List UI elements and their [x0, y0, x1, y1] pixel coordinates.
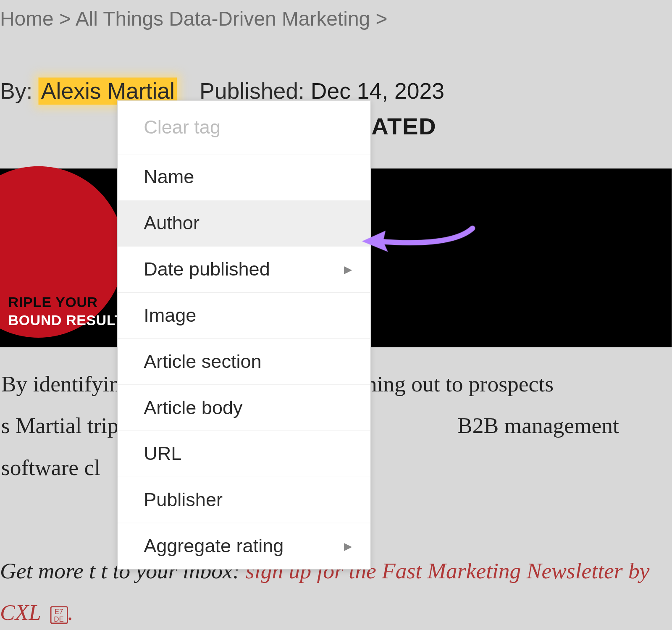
- tag-option-image[interactable]: Image: [118, 293, 370, 339]
- tag-option-label: Article body: [144, 397, 242, 419]
- tag-option-label: Aggregate rating: [144, 535, 284, 557]
- hero-line-1: RIPLE YOUR: [8, 292, 134, 311]
- tag-option-author[interactable]: Author: [118, 200, 370, 247]
- tag-option-url[interactable]: URL: [118, 431, 370, 477]
- tag-option-label: Date published: [144, 258, 270, 280]
- published-date: Dec 14, 2023: [311, 79, 444, 103]
- tag-option-label: URL: [144, 443, 181, 465]
- tag-option-label: Publisher: [144, 489, 223, 511]
- updated-label-fragment: ATED: [371, 113, 436, 139]
- badge-icon: E7DE: [50, 606, 68, 624]
- tag-option-publisher[interactable]: Publisher: [118, 477, 370, 523]
- submenu-caret-icon: ▶: [344, 540, 352, 553]
- tag-option-name[interactable]: Name: [118, 154, 370, 200]
- breadcrumb-category[interactable]: All Things Data-Driven Marketing: [76, 7, 370, 30]
- hero-text: RIPLE YOUR BOUND RESULTS: [8, 292, 134, 329]
- breadcrumb: Home > All Things Data-Driven Marketing …: [0, 0, 672, 30]
- tag-option-label: Name: [144, 166, 194, 188]
- tag-option-label: Author: [144, 212, 200, 234]
- published-label: Published:: [200, 79, 304, 103]
- tag-option-label: Image: [144, 304, 196, 326]
- tag-option-label: Article section: [144, 351, 261, 373]
- tag-option-aggregate-rating[interactable]: Aggregate rating ▶: [118, 523, 370, 569]
- tag-option-article-section[interactable]: Article section: [118, 339, 370, 385]
- breadcrumb-sep: >: [375, 7, 387, 30]
- cta-period: .: [68, 600, 73, 625]
- tag-option-article-body[interactable]: Article body: [118, 385, 370, 431]
- tag-option-date-published[interactable]: Date published ▶: [118, 247, 370, 293]
- tag-dropdown[interactable]: Clear tag Name Author Date published ▶ I…: [117, 100, 371, 570]
- hero-line-2: BOUND RESULTS: [8, 311, 134, 329]
- clear-tag-option[interactable]: Clear tag: [118, 101, 370, 155]
- breadcrumb-sep: >: [59, 7, 71, 30]
- by-label: By:: [0, 79, 32, 103]
- breadcrumb-home[interactable]: Home: [0, 7, 54, 30]
- submenu-caret-icon: ▶: [344, 263, 352, 276]
